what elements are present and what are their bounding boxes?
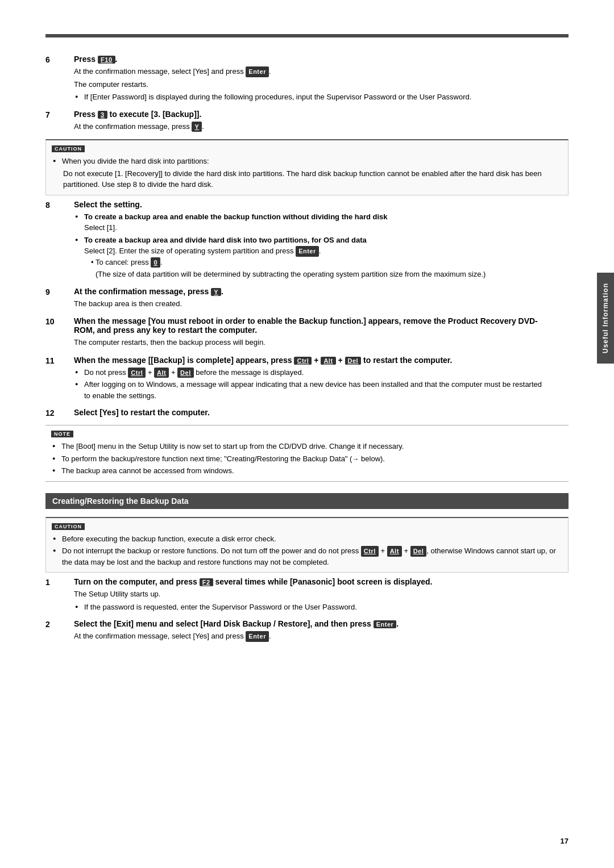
step-8-bold-2: To create a backup area and divide hard …	[84, 236, 367, 244]
step-6-body2: The computer restarts.	[74, 79, 546, 90]
step-6-number: 6	[45, 55, 74, 64]
step-7-number: 7	[45, 110, 74, 119]
key-3: 3	[98, 111, 107, 119]
step-7-content: Press 3 to execute [3. [Backup]]. At the…	[74, 110, 569, 134]
page-number: 17	[561, 837, 569, 845]
top-bar	[45, 34, 569, 37]
step-7-title: Press 3 to execute [3. [Backup]].	[74, 110, 546, 119]
alt-key-1: Alt	[321, 357, 335, 365]
step-6-bullets: If [Enter Password] is displayed during …	[74, 91, 546, 103]
note-bullet-1: The [Boot] menu in the Setup Utility is …	[51, 441, 563, 452]
step-10-body: The computer restarts, then the backup p…	[74, 337, 546, 348]
step-7-body: At the confirmation message, press Y.	[74, 121, 546, 132]
ctrl-key-2: Ctrl	[128, 368, 146, 378]
f10-key: F10	[98, 56, 115, 64]
step-6-content: Press F10. At the confirmation message, …	[74, 55, 569, 104]
step-10-number: 10	[45, 316, 74, 326]
caution-indent: Do not execute [1. [Recovery]] to divide…	[52, 168, 562, 190]
caution-label-1: CAUTION	[52, 145, 85, 152]
enter-key-1: Enter	[246, 66, 269, 77]
ctrl-key-3: Ctrl	[361, 546, 379, 557]
arrow-symbol: →	[352, 455, 359, 463]
step-10-title: When the message [You must reboot in ord…	[74, 316, 546, 335]
section-step-2: 2 Select the [Exit] menu and select [Har…	[45, 619, 569, 644]
page-container: Useful Information 6 Press F10. At the c…	[0, 0, 614, 868]
section-step-2-content: Select the [Exit] menu and select [Hard …	[74, 619, 569, 644]
step-8: 8 Select the setting. To create a backup…	[45, 200, 569, 281]
step-6: 6 Press F10. At the confirmation message…	[45, 55, 569, 104]
step-6-body1: At the confirmation message, select [Yes…	[74, 66, 546, 77]
note-bullet-2: To perform the backup/restore function n…	[51, 453, 563, 465]
key-y-1: Y	[192, 122, 202, 132]
section-caution-bullet-1: Before executing the backup function, ex…	[52, 533, 562, 545]
key-0: 0	[151, 257, 160, 268]
step-10-content: When the message [You must reboot in ord…	[74, 316, 569, 350]
side-tab: Useful Information	[597, 273, 614, 364]
caution-box-2: CAUTION Before executing the backup func…	[45, 517, 569, 573]
key-y-2: Y	[211, 288, 221, 296]
step-12: 12 Select [Yes] to restart the computer.	[45, 408, 569, 419]
ctrl-key-1: Ctrl	[294, 357, 312, 365]
caution-label-2: CAUTION	[52, 523, 85, 530]
section-step-2-body: At the confirmation message, select [Yes…	[74, 631, 546, 642]
caution-bullets-1: When you divide the hard disk into parti…	[52, 156, 562, 167]
step-11-bullet-1: Do not press Ctrl + Alt + Del before the…	[74, 367, 546, 378]
side-tab-label: Useful Information	[601, 283, 609, 353]
enter-key-4: Enter	[246, 631, 269, 642]
step-12-content: Select [Yes] to restart the computer.	[74, 408, 569, 419]
step-11: 11 When the message [[Backup] is complet…	[45, 356, 569, 403]
f2-key: F2	[200, 578, 213, 586]
step-11-content: When the message [[Backup] is complete] …	[74, 356, 569, 403]
step-8-bullet-2: To create a backup area and divide hard …	[74, 235, 546, 280]
step-11-bullets: Do not press Ctrl + Alt + Del before the…	[74, 367, 546, 402]
caution-bullet-1: When you divide the hard disk into parti…	[52, 156, 562, 167]
enter-key-2: Enter	[296, 246, 319, 257]
step-12-number: 12	[45, 408, 74, 418]
step-12-title: Select [Yes] to restart the computer.	[74, 408, 546, 417]
step-8-title: Select the setting.	[74, 200, 546, 209]
step-7: 7 Press 3 to execute [3. [Backup]]. At t…	[45, 110, 569, 134]
step-11-bullet-2: After logging on to Windows, a message w…	[74, 379, 546, 401]
step-6-bullet-1: If [Enter Password] is displayed during …	[74, 91, 546, 103]
del-key-2: Del	[177, 368, 194, 378]
note-bullets-1: The [Boot] menu in the Setup Utility is …	[51, 441, 563, 477]
del-key-3: Del	[410, 546, 427, 557]
section-caution-bullet-2: Do not interrupt the backup or restore f…	[52, 545, 562, 567]
note-bullet-3: The backup area cannot be accessed from …	[51, 465, 563, 477]
step-8-sub-1: To cancel: press 0.	[84, 257, 546, 268]
step-10: 10 When the message [You must reboot in …	[45, 316, 569, 350]
step-8-bullet-1: To create a backup area and enable the b…	[74, 211, 546, 233]
section-step-1-bullet-1: If the password is requested, enter the …	[74, 602, 546, 613]
note-box-1: NOTE The [Boot] menu in the Setup Utilit…	[45, 425, 569, 482]
step-9-content: At the confirmation message, press Y. Th…	[74, 287, 569, 311]
section-step-1-body: The Setup Utility starts up.	[74, 589, 546, 600]
section-step-2-number: 2	[45, 619, 74, 629]
step-6-title: Press F10.	[74, 55, 546, 64]
alt-key-2: Alt	[154, 368, 169, 378]
step-9-body: The backup area is then created.	[74, 298, 546, 310]
step-11-title: When the message [[Backup] is complete] …	[74, 356, 546, 365]
alt-key-3: Alt	[387, 546, 402, 557]
step-9-number: 9	[45, 287, 74, 297]
section-step-1: 1 Turn on the computer, and press F2 sev…	[45, 577, 569, 614]
step-9-title: At the confirmation message, press Y.	[74, 287, 546, 296]
step-8-bullets: To create a backup area and enable the b…	[74, 211, 546, 280]
caution-box-1: CAUTION When you divide the hard disk in…	[45, 139, 569, 195]
enter-key-3: Enter	[374, 620, 397, 628]
section-header: Creating/Restoring the Backup Data	[45, 493, 569, 509]
note-label-1: NOTE	[51, 431, 73, 437]
section-step-1-content: Turn on the computer, and press F2 sever…	[74, 577, 569, 614]
step-8-content: Select the setting. To create a backup a…	[74, 200, 569, 281]
step-9: 9 At the confirmation message, press Y. …	[45, 287, 569, 311]
step-8-number: 8	[45, 200, 74, 210]
step-11-number: 11	[45, 356, 74, 365]
section-step-1-bullets: If the password is requested, enter the …	[74, 602, 546, 613]
del-key-1: Del	[345, 357, 362, 365]
section-step-1-title: Turn on the computer, and press F2 sever…	[74, 577, 546, 586]
section-step-2-title: Select the [Exit] menu and select [Hard …	[74, 619, 546, 628]
step-8-bold-1: To create a backup area and enable the b…	[84, 212, 388, 221]
step-8-paren: (The size of data partition will be dete…	[84, 269, 546, 280]
section-caution-bullets: Before executing the backup function, ex…	[52, 533, 562, 568]
section-step-1-number: 1	[45, 577, 74, 587]
